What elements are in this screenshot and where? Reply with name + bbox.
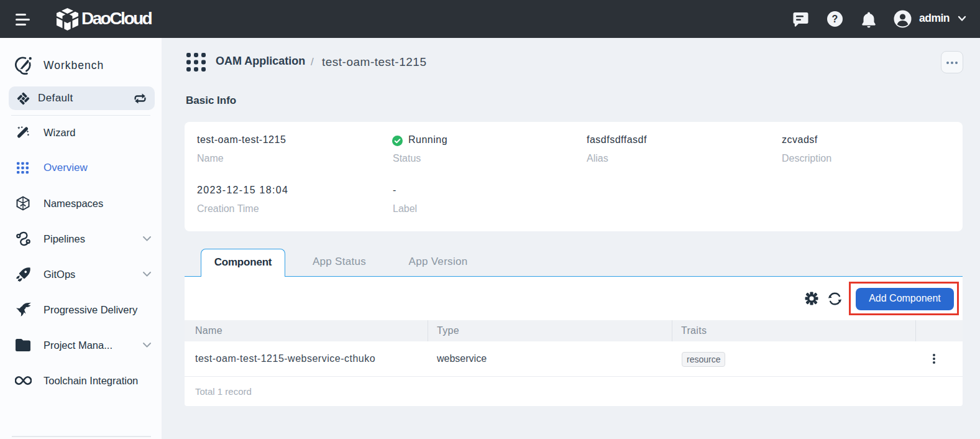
svg-text:?: ? (832, 14, 838, 24)
